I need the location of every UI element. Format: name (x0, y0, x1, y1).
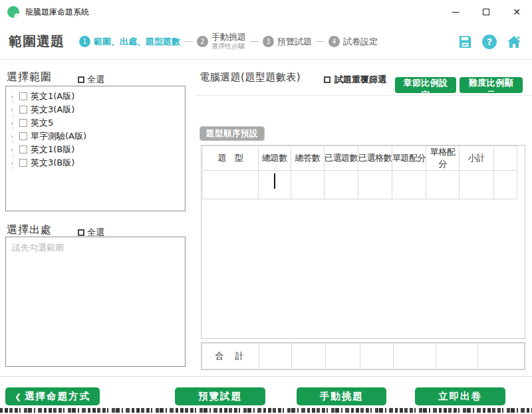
computer-selection-title: 電腦選題(題型題數表) (200, 71, 301, 84)
page-title: 範圍選題 (9, 33, 65, 51)
totals-cell (360, 344, 394, 369)
tree-item-checkbox[interactable] (19, 146, 27, 154)
table-header-row: 題 型 總題數 總答數 已選題數 已選格數 單題配分 單格配分 小計 (203, 146, 517, 171)
step-2-circle: 2 (197, 36, 208, 47)
step-1-range[interactable]: 1 範圍、出處、題型題數 (79, 36, 180, 48)
home-icon[interactable] (506, 34, 522, 50)
tree-item-english1b[interactable]: › 英文1(B版) (6, 143, 185, 156)
totals-table: 合 計 (201, 343, 525, 369)
step-2-label: 手動挑題 (211, 33, 246, 43)
cell-empty[interactable] (494, 171, 517, 199)
duplicate-filter-checkbox[interactable] (324, 76, 331, 83)
chevron-right-icon[interactable]: › (11, 159, 17, 167)
chevron-right-icon[interactable]: › (11, 146, 17, 154)
chevron-right-icon[interactable]: › (11, 93, 17, 100)
range-select-all[interactable]: 全選 (78, 74, 104, 86)
source-section-heading: 選擇出處 (7, 223, 52, 237)
difficulty-ratio-button[interactable]: 難度比例顯示 (460, 77, 523, 93)
preview-questions-button[interactable]: 預覽試題 (175, 387, 265, 405)
chapter-ratio-button[interactable]: 章節比例設定 (395, 77, 456, 93)
step-1-circle: 1 (79, 36, 90, 47)
cell-points-per-question[interactable] (392, 171, 426, 199)
duplicate-filter-label: 試題重覆篩選 (334, 74, 386, 86)
cell-points-per-blank[interactable] (426, 171, 460, 199)
totals-label: 合 計 (202, 344, 259, 369)
col-subtotal: 小計 (460, 146, 494, 171)
question-type-table: 題 型 總題數 總答數 已選題數 已選格數 單題配分 單格配分 小計 (202, 146, 517, 199)
step-2-sublabel: 選擇性步驟 (211, 43, 246, 51)
title-bar: 龍騰題庫命題系統 — ✕ (0, 0, 532, 24)
totals-row-container: 合 計 (201, 342, 525, 370)
step-connector (316, 41, 325, 42)
step-connector (250, 41, 259, 42)
app-logo-icon (7, 6, 19, 18)
col-points-per-blank: 單格配分 (426, 146, 460, 171)
totals-cell (394, 344, 436, 369)
tree-item-english3b[interactable]: › 英文3(B版) (6, 156, 185, 169)
col-question-type: 題 型 (203, 146, 259, 171)
chevron-left-icon: ❮ (15, 392, 21, 401)
cell-total-answers[interactable] (291, 171, 325, 199)
step-connector (184, 41, 193, 42)
app-title: 龍騰題庫命題系統 (25, 7, 89, 18)
col-selected-blanks: 已選格數 (358, 146, 392, 171)
range-select-all-checkbox[interactable] (78, 76, 84, 83)
clipped-text-noise (0, 408, 532, 413)
back-to-method-button[interactable]: ❮ 選擇命題方式 (5, 387, 100, 405)
tree-item-vocab-test-a[interactable]: › 單字測驗(A版) (6, 130, 185, 143)
col-empty (494, 146, 517, 171)
background-window-text-strip (0, 407, 532, 414)
col-total-questions: 總題數 (259, 146, 291, 171)
totals-cell (292, 344, 326, 369)
col-selected-questions: 已選題數 (325, 146, 358, 171)
generate-paper-button[interactable]: 立即出卷 (415, 387, 505, 405)
table-empty-row[interactable] (203, 171, 517, 199)
source-placeholder: 請先勾選範圍 (12, 242, 179, 254)
totals-cell (478, 344, 525, 369)
totals-cell (325, 344, 360, 369)
source-select-all-checkbox[interactable] (78, 229, 84, 236)
tree-item-checkbox[interactable] (19, 92, 27, 100)
cell-selected-blanks[interactable] (358, 171, 392, 199)
cell-question-type[interactable] (203, 171, 259, 199)
step-indicator: 1 範圍、出處、題型題數 2 手動挑題 選擇性步驟 3 預覽試題 4 試卷設定 (79, 33, 378, 50)
help-icon[interactable]: ? (481, 34, 497, 50)
source-list[interactable]: 請先勾選範圍 (5, 237, 186, 367)
tree-item-english1a[interactable]: › 英文1(A版) (6, 90, 185, 103)
totals-cell (436, 344, 478, 369)
chevron-right-icon[interactable]: › (11, 133, 17, 140)
tree-item-english5[interactable]: › 英文5 (6, 116, 185, 130)
close-button[interactable]: ✕ (501, 0, 532, 24)
step-3-preview[interactable]: 3 預覽試題 (263, 36, 312, 48)
minimize-button[interactable]: — (440, 0, 471, 24)
duplicate-filter[interactable]: 試題重覆篩選 (324, 74, 386, 86)
cell-subtotal[interactable] (460, 171, 494, 199)
tree-item-checkbox[interactable] (19, 132, 27, 140)
tree-item-checkbox[interactable] (19, 159, 27, 167)
col-total-answers: 總答數 (291, 146, 325, 171)
step-4-paper-settings[interactable]: 4 試卷設定 (329, 36, 378, 48)
step-3-circle: 3 (263, 36, 274, 47)
range-section-heading: 選擇範圍 (7, 70, 52, 84)
chevron-right-icon[interactable]: › (11, 120, 17, 127)
tree-item-checkbox[interactable] (19, 119, 27, 127)
chevron-right-icon[interactable]: › (11, 106, 17, 114)
range-select-all-label: 全選 (87, 74, 104, 86)
cell-selected-questions[interactable] (325, 171, 358, 199)
bottom-action-bar: ❮ 選擇命題方式 預覽試題 手動挑題 立即出卷 (0, 376, 532, 407)
header-action-icons: ? (457, 34, 522, 50)
tree-item-checkbox[interactable] (19, 106, 27, 114)
range-tree[interactable]: › 英文1(A版) › 英文3(A版) › 英文5 › 單字測驗(A版) › 英… (5, 86, 186, 211)
tree-item-english3a[interactable]: › 英文3(A版) (6, 103, 185, 116)
question-type-table-container[interactable]: 題 型 總題數 總答數 已選題數 已選格數 單題配分 單格配分 小計 (201, 145, 525, 339)
question-type-order-preset-button[interactable]: 題型順序預設 (200, 126, 265, 141)
window-controls: — ✕ (440, 0, 532, 24)
step-1-label: 範圍、出處、題型題數 (94, 36, 180, 48)
step-3-label: 預覽試題 (277, 36, 312, 48)
maximize-button[interactable] (471, 0, 501, 24)
save-icon[interactable] (457, 34, 473, 50)
app-window: 龍騰題庫命題系統 — ✕ 範圍選題 1 範圍、出處、題型題數 2 手動挑題 選擇… (0, 0, 532, 414)
step-2-manual-pick[interactable]: 2 手動挑題 選擇性步驟 (197, 33, 246, 50)
manual-pick-button[interactable]: 手動挑題 (297, 387, 386, 405)
maximize-icon (483, 9, 489, 15)
